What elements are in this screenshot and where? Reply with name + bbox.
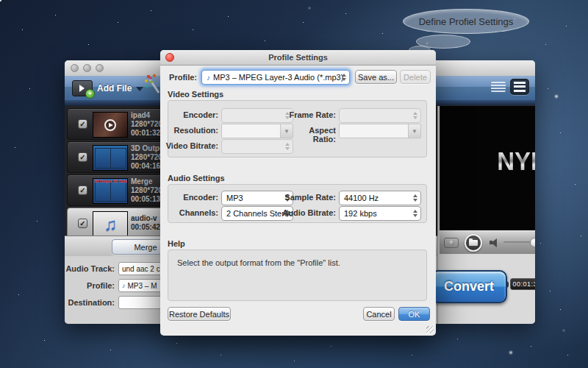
video-bitrate-label: Video Bitrate:: [164, 141, 218, 150]
music-note-icon: ♫: [104, 214, 117, 235]
desktop: Define Profiel Settings + Add File: [0, 0, 588, 368]
convert-button[interactable]: Convert: [431, 270, 507, 303]
volume-slider[interactable]: [503, 241, 535, 244]
audio-settings-title: Audio Settings: [168, 174, 225, 183]
list-view-large-icon[interactable]: [510, 79, 529, 95]
resolution-combo: ▼: [221, 124, 293, 138]
video-thumbnail: [93, 112, 128, 138]
help-text: Select the output format from the "Profi…: [177, 258, 340, 267]
encoder-label: Encoder:: [168, 110, 218, 119]
view-toggle-group: [491, 79, 529, 95]
profile-label: Profile:: [160, 73, 197, 82]
speaker-icon[interactable]: [490, 238, 499, 247]
player-controls: [440, 230, 535, 254]
help-title: Help: [168, 239, 185, 248]
time-display: 00:01:32: [510, 278, 535, 290]
profile-settings-dialog: Profile Settings Profile: ♪ MP3 – MPEG L…: [160, 50, 436, 336]
logo-text: NYMP: [497, 146, 535, 176]
stepper-icon: [413, 210, 417, 217]
anymp4-logo: NYMP 4: [497, 147, 535, 175]
sample-rate-dropdown[interactable]: 44100 Hz: [339, 191, 421, 205]
checkbox-icon[interactable]: ✓: [78, 152, 87, 162]
resolution-label: Resolution:: [168, 126, 218, 135]
file-duration: 00:05:13: [131, 195, 162, 204]
frame-rate-dropdown: [339, 108, 421, 123]
bright-stars: [0, 0, 1, 1]
add-file-label: Add File: [97, 83, 132, 93]
add-file-icon: +: [72, 80, 93, 96]
aspect-ratio-combo: ▼: [339, 124, 421, 138]
video-settings-group: Encoder: Frame Rate: Resolution: ▼ Aspec…: [168, 100, 427, 158]
chevron-down-icon: ▼: [408, 124, 420, 138]
merge-thumbnail: 3D Output 3D Output: [93, 178, 128, 204]
thought-bubble-text: Define Profiel Settings: [419, 16, 514, 27]
thought-bubble: Define Profiel Settings: [403, 9, 529, 34]
chevron-down-icon: [136, 87, 143, 91]
add-file-button[interactable]: + Add File: [72, 79, 143, 98]
traffic-lights: [71, 64, 104, 72]
video-bitrate-dropdown: [221, 139, 293, 154]
close-icon[interactable]: [71, 64, 79, 72]
help-box: Select the output format from the "Profi…: [168, 250, 427, 301]
play-icon[interactable]: [104, 119, 116, 131]
cancel-button[interactable]: Cancel: [363, 307, 395, 321]
profile-dropdown[interactable]: ♪ MP3 – MPEG Layer-3 Audio (*.mp3): [201, 70, 350, 85]
destination-label: Destination:: [65, 298, 115, 307]
effects-wand-icon[interactable]: [144, 74, 160, 94]
file-name: ipad4: [131, 111, 162, 120]
ok-button[interactable]: OK: [398, 307, 430, 321]
resize-grip-icon[interactable]: [426, 326, 434, 333]
file-duration: 00:01:32: [131, 129, 162, 138]
note-icon: ♪: [207, 74, 210, 82]
checkbox-icon[interactable]: ✓: [78, 119, 87, 129]
thumbnail-overlay-text: 3D Output 3D Output: [94, 180, 128, 183]
audio-thumbnail: ♫: [93, 211, 128, 237]
stepper-icon: [413, 194, 417, 202]
snapshot-camera-icon[interactable]: [444, 238, 459, 248]
open-folder-icon[interactable]: [465, 234, 482, 252]
save-as-button[interactable]: Save as...: [355, 70, 397, 84]
restore-defaults-button[interactable]: Restore Defaults: [168, 307, 231, 321]
profile-label: Profile:: [65, 281, 115, 290]
list-view-small-icon[interactable]: [491, 82, 506, 92]
dialog-titlebar[interactable]: Profile Settings: [160, 50, 436, 66]
preview-screen: NYMP 4: [440, 105, 535, 232]
checkbox-icon[interactable]: ✓: [78, 185, 87, 195]
audio-bitrate-label: Audio Bitrate:: [280, 208, 336, 217]
video-encoder-dropdown: [221, 108, 293, 123]
audio-bitrate-dropdown[interactable]: 192 kbps: [339, 206, 421, 221]
file-resolution: 1280*720: [131, 120, 162, 129]
note-icon: ♪: [122, 282, 126, 289]
zoom-icon[interactable]: [96, 64, 104, 72]
sample-rate-label: Sample Rate:: [283, 193, 336, 202]
delete-button: Delete: [400, 70, 431, 84]
3d-thumbnail: [93, 145, 128, 171]
file-duration: 00:05:42: [131, 223, 160, 232]
audio-settings-group: Encoder: MP3 Sample Rate: 44100 Hz Chann…: [168, 184, 427, 223]
channels-label: Channels:: [168, 208, 218, 217]
close-icon[interactable]: [165, 53, 174, 62]
minimize-icon[interactable]: [83, 64, 91, 72]
stepper-icon: [342, 74, 346, 81]
frame-rate-label: Frame Rate:: [286, 110, 336, 119]
checkbox-icon[interactable]: ✓: [78, 219, 87, 228]
file-name: audio-v: [131, 214, 160, 223]
video-settings-title: Video Settings: [168, 90, 223, 99]
aspect-ratio-label: Aspect Ratio:: [286, 126, 336, 144]
audio-encoder-label: Encoder:: [168, 193, 218, 202]
file-name: Merge: [131, 177, 162, 186]
volume-knob[interactable]: [530, 238, 535, 247]
audio-track-label: Audio Track:: [65, 264, 115, 273]
dialog-title: Profile Settings: [268, 53, 328, 62]
file-resolution: 1280*720: [131, 186, 162, 195]
